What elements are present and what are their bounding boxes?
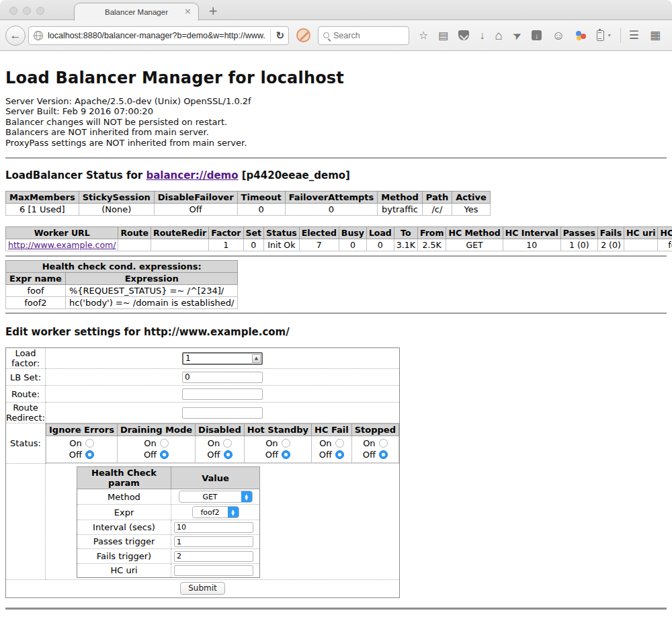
- browser-tab[interactable]: Balancer Manager ×: [74, 3, 199, 21]
- status-hc-fail-on-radio[interactable]: [335, 439, 344, 448]
- page-content: Load Balancer Manager for localhost Serv…: [0, 51, 672, 610]
- search-bar[interactable]: Search: [318, 26, 409, 45]
- reload-icon[interactable]: ↻: [276, 30, 284, 42]
- load-factor-input[interactable]: [182, 352, 263, 365]
- cell: 7: [299, 239, 339, 251]
- content-blocker-icon[interactable]: [296, 28, 310, 42]
- cell: 1 (0): [560, 239, 597, 251]
- expr-select[interactable]: foof2▲▼: [192, 506, 239, 518]
- status-column-hc-fail: HC Fail: [312, 424, 352, 436]
- extension-dots-icon[interactable]: [575, 30, 587, 41]
- send-tab-icon[interactable]: ➤: [511, 28, 523, 42]
- form-row-submit: Submit: [6, 580, 400, 598]
- status-hot-standby-off-radio[interactable]: [282, 450, 290, 459]
- chevron-down-icon[interactable]: ▾: [608, 32, 611, 38]
- window-close-button[interactable]: [9, 7, 17, 15]
- window-controls: [9, 7, 44, 15]
- divider: [5, 608, 667, 610]
- reading-list-icon[interactable]: ▤: [438, 30, 448, 41]
- radio-label: On: [144, 438, 156, 449]
- cell: 0: [366, 239, 394, 251]
- column-header-value: Value: [171, 467, 260, 489]
- cell: 3.1K: [394, 239, 417, 251]
- fails-trigger-input[interactable]: [174, 551, 253, 562]
- status-column-stopped: Stopped: [351, 424, 398, 436]
- status-hot-standby-on-radio[interactable]: [282, 439, 290, 448]
- route-redirect-input[interactable]: [182, 407, 263, 419]
- select-stepper-icon: ▲▼: [228, 507, 239, 517]
- window-zoom-button[interactable]: [36, 7, 44, 15]
- form-row-health-check: Health Check paramValueMethodGET▲▼Exprfo…: [6, 464, 400, 580]
- form-row: Route:: [6, 386, 400, 403]
- column-header-method: Method: [378, 192, 422, 204]
- status-cell-disabled: OnOff: [196, 436, 245, 463]
- lb-set-input[interactable]: [182, 372, 263, 383]
- new-tab-button[interactable]: +: [208, 4, 218, 17]
- field-label-status: Status:: [6, 423, 46, 464]
- column-header-from: From: [417, 227, 446, 239]
- submit-button[interactable]: Submit: [180, 582, 225, 595]
- status-hc-fail-off-radio[interactable]: [335, 450, 344, 459]
- passes-trigger-input[interactable]: [174, 536, 253, 547]
- worker-url-link[interactable]: http://www.example.com/: [8, 240, 116, 250]
- status-stopped-on-radio[interactable]: [379, 439, 388, 448]
- status-cell-stopped: OnOff: [351, 436, 398, 463]
- site-identity-globe-icon: [33, 30, 44, 41]
- column-header-busy: Busy: [339, 227, 366, 239]
- url-bar[interactable]: localhost:8880/balancer-manager?b=demo&w…: [28, 26, 289, 45]
- balancer-link[interactable]: balancer://demo: [146, 169, 238, 181]
- tab-close-icon[interactable]: ×: [184, 6, 192, 16]
- cell: bytraffic: [378, 204, 422, 216]
- back-button[interactable]: ←: [5, 26, 26, 46]
- cell: 2 (0): [597, 239, 624, 251]
- status-cell-ignore-errors: OnOff: [46, 436, 118, 463]
- cell: Init Ok: [264, 239, 300, 251]
- health-check-row: Interval (secs): [77, 520, 260, 535]
- radio-label: On: [363, 438, 375, 449]
- search-icon: [323, 32, 329, 38]
- divider: [5, 313, 667, 314]
- table-row: foof2hc('body') =~ /domain is establishe…: [6, 297, 238, 309]
- toolbar-icon-row: ☆ ▤ ↓ ⌂ ➤ ↓ ☺ ▾: [419, 30, 611, 41]
- url-divider: [270, 30, 271, 42]
- status-draining-mode-off-radio[interactable]: [160, 450, 169, 459]
- bookmark-star-icon[interactable]: ☆: [419, 30, 428, 41]
- server-info-line: Server Version: Apache/2.5.0-dev (Unix) …: [5, 96, 667, 106]
- tab-grid-icon[interactable]: ▦: [650, 28, 661, 42]
- health-check-row: Fails trigger): [77, 549, 260, 564]
- status-disabled-on-radio[interactable]: [223, 439, 232, 448]
- battery-extension-icon[interactable]: [597, 30, 604, 41]
- method-select[interactable]: GET▲▼: [179, 491, 253, 503]
- interval-secs-input[interactable]: [174, 522, 253, 533]
- server-info-line: Server Built: Feb 9 2016 07:00:20: [5, 106, 667, 116]
- hc-uri-input[interactable]: [174, 565, 253, 576]
- cell: 1: [209, 239, 243, 251]
- cell: [624, 239, 658, 251]
- number-spinner-icon[interactable]: ▲: [252, 354, 261, 363]
- home-icon[interactable]: ⌂: [495, 30, 502, 41]
- browser-toolbar: ← localhost:8880/balancer-manager?b=demo…: [0, 20, 672, 51]
- status-stopped-off-radio[interactable]: [379, 450, 388, 459]
- status-disabled-off-radio[interactable]: [224, 450, 233, 459]
- column-header-active: Active: [452, 192, 491, 204]
- health-check-row: Exprfoof2▲▼: [77, 505, 260, 520]
- toolbar-divider: [620, 28, 621, 43]
- status-ignore-errors-off-radio[interactable]: [85, 450, 94, 459]
- status-draining-mode-on-radio[interactable]: [160, 439, 169, 448]
- pocket-icon[interactable]: [458, 30, 469, 40]
- status-ignore-errors-on-radio[interactable]: [85, 439, 94, 448]
- route-input[interactable]: [182, 388, 263, 400]
- table-row: http://www.example.com/10Init Ok7003.1K2…: [6, 239, 672, 251]
- cell: Yes: [452, 204, 491, 216]
- cell: (None): [79, 204, 154, 216]
- menu-icon[interactable]: ☰: [629, 28, 639, 42]
- save-page-icon[interactable]: ↓: [532, 30, 542, 40]
- column-header-stickysession: StickySession: [79, 192, 154, 204]
- window-minimize-button[interactable]: [23, 7, 31, 15]
- downloads-icon[interactable]: ↓: [479, 30, 485, 41]
- feedback-smiley-icon[interactable]: ☺: [552, 30, 564, 41]
- cell: 10: [503, 239, 560, 251]
- select-value: GET: [179, 491, 241, 502]
- column-header-expr-name: Expr name: [6, 273, 66, 285]
- select-value: foof2: [193, 507, 228, 517]
